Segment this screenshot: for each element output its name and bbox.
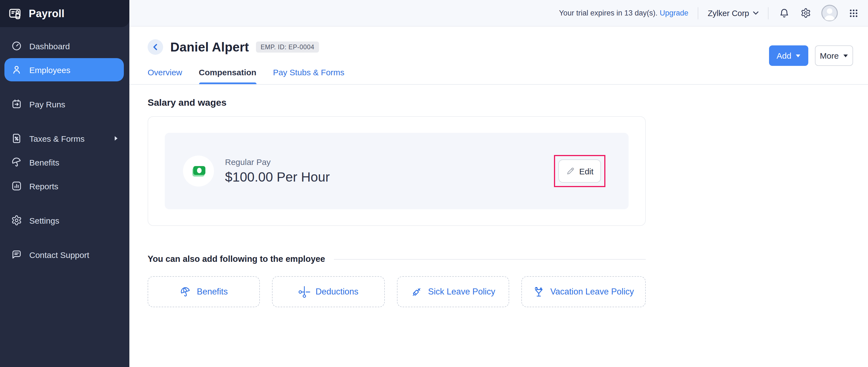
trial-text: Your trial expires in 13 day(s). [559, 9, 657, 17]
sidebar-item-pay-runs[interactable]: Pay Runs [4, 92, 124, 116]
sidebar-item-contact-support[interactable]: Contact Support [4, 243, 124, 266]
back-button[interactable] [148, 39, 163, 55]
settings-button[interactable] [800, 7, 812, 19]
pencil-icon [566, 167, 575, 175]
tab-pay-stubs-forms[interactable]: Pay Stubs & Forms [273, 67, 344, 84]
regular-pay-panel: Regular Pay $100.00 Per Hour Edit [165, 133, 629, 209]
sidebar-item-label: Employees [29, 65, 70, 75]
money-icon [190, 163, 207, 179]
employees-icon [11, 64, 22, 75]
sidebar-item-label: Reports [29, 181, 58, 191]
sidebar-item-reports[interactable]: Reports [4, 174, 124, 198]
pay-type-label: Regular Pay [225, 157, 330, 167]
payroll-logo-icon [8, 6, 23, 21]
pay-runs-icon [11, 98, 22, 110]
org-name: Zylker Corp [708, 8, 749, 18]
trial-notice: Your trial expires in 13 day(s).Upgrade [559, 9, 688, 17]
benefits-icon [11, 157, 22, 168]
add-card-label: Vacation Leave Policy [550, 287, 634, 297]
edit-button[interactable]: Edit [558, 160, 601, 183]
user-avatar[interactable] [821, 4, 838, 22]
umbrella-icon [180, 286, 191, 298]
section-divider-line [334, 259, 646, 259]
more-button-label: More [820, 51, 839, 60]
add-button-label: Add [776, 51, 791, 60]
tab-overview[interactable]: Overview [148, 67, 182, 84]
money-icon-circle [183, 156, 214, 187]
sidebar-item-label: Pay Runs [29, 100, 65, 109]
apps-grid-button[interactable] [847, 7, 860, 19]
sidebar-nav: Dashboard Employees Pa [0, 27, 129, 267]
add-option-cards: Benefits Deductions [148, 276, 850, 307]
dashboard-icon [11, 40, 22, 52]
pay-rate-value: $100.00 Per Hour [225, 169, 330, 185]
topbar-divider [768, 7, 769, 19]
taxes-forms-icon [11, 133, 22, 144]
settings-icon [11, 215, 22, 226]
topbar: Your trial expires in 13 day(s).Upgrade … [129, 0, 868, 27]
add-card-label: Benefits [197, 287, 228, 297]
employee-tabs: Overview Compensation Pay Stubs & Forms [148, 67, 853, 84]
sidebar-item-benefits[interactable]: Benefits [4, 150, 124, 174]
sidebar-item-label: Dashboard [29, 41, 70, 51]
org-selector[interactable]: Zylker Corp [708, 8, 758, 18]
add-button[interactable]: Add [769, 46, 808, 66]
gear-icon [800, 8, 811, 18]
also-add-title: You can also add following to the employ… [148, 254, 325, 264]
payroll-app: Payroll Dashboard Employees [0, 0, 868, 367]
tab-compensation[interactable]: Compensation [199, 67, 256, 84]
contact-support-icon [11, 249, 22, 260]
sidebar: Payroll Dashboard Employees [0, 0, 129, 367]
app-title: Payroll [29, 7, 65, 20]
sidebar-item-label: Settings [29, 216, 59, 225]
edit-button-label: Edit [579, 166, 593, 176]
cocktail-icon [533, 286, 545, 298]
sidebar-item-dashboard[interactable]: Dashboard [4, 34, 124, 58]
employee-name: Daniel Alpert [170, 39, 249, 55]
upgrade-link[interactable]: Upgrade [660, 9, 689, 17]
chevron-left-icon [152, 43, 159, 51]
sidebar-item-label: Contact Support [29, 250, 89, 259]
add-sick-leave-card[interactable]: Sick Leave Policy [397, 276, 509, 307]
employee-id-badge: EMP. ID: EP-0004 [256, 41, 319, 53]
chevron-right-icon [114, 136, 118, 141]
sidebar-item-label: Benefits [29, 158, 59, 167]
topbar-divider [698, 7, 698, 19]
sidebar-item-settings[interactable]: Settings [4, 209, 124, 232]
apps-grid-icon [849, 8, 859, 18]
app-logo: Payroll [0, 0, 129, 27]
caret-down-icon [843, 54, 848, 57]
salary-card: Regular Pay $100.00 Per Hour Edit [148, 116, 646, 226]
add-deductions-card[interactable]: Deductions [272, 276, 385, 307]
add-card-label: Sick Leave Policy [428, 287, 495, 297]
sidebar-item-label: Taxes & Forms [29, 134, 85, 143]
bell-icon [779, 7, 789, 19]
add-vacation-leave-card[interactable]: Vacation Leave Policy [521, 276, 646, 307]
employee-page-header: Daniel Alpert EMP. ID: EP-0004 Overview … [129, 27, 868, 85]
chevron-down-icon [753, 11, 758, 15]
scissors-icon [298, 286, 310, 298]
main-area: Your trial expires in 13 day(s).Upgrade … [129, 0, 868, 367]
add-card-label: Deductions [315, 287, 358, 297]
sidebar-item-employees[interactable]: Employees [4, 58, 124, 81]
compensation-content: Salary and wages Regular Pay $100.00 Per… [129, 85, 868, 307]
more-button[interactable]: More [815, 46, 853, 66]
caret-down-icon [796, 54, 801, 57]
salary-section-title: Salary and wages [148, 97, 850, 109]
add-benefits-card[interactable]: Benefits [148, 276, 260, 307]
sidebar-item-taxes-forms[interactable]: Taxes & Forms [4, 127, 124, 150]
syringe-icon [411, 286, 423, 298]
reports-icon [11, 180, 22, 192]
notifications-button[interactable] [778, 7, 790, 19]
also-add-section-header: You can also add following to the employ… [148, 254, 646, 264]
